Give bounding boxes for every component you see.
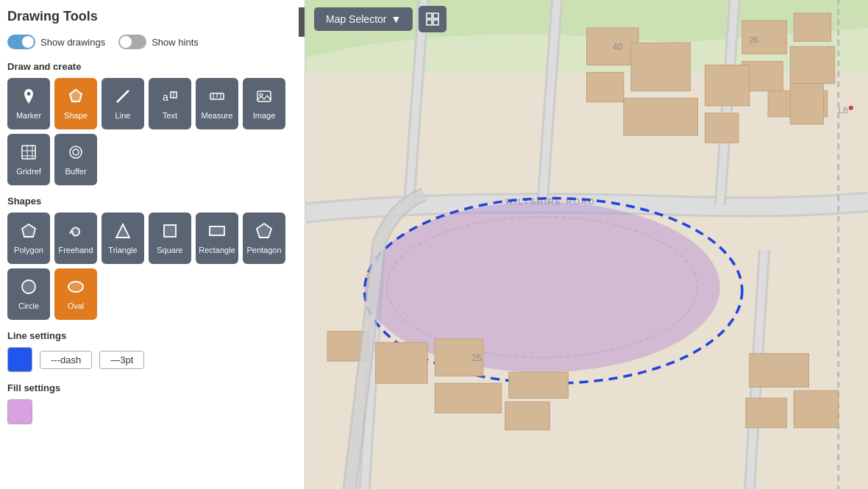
drawing-tools-panel: Drawing Tools ❮ Show drawings Show hints… [0, 0, 305, 489]
shape-button[interactable]: Shape [54, 78, 97, 129]
fill-settings-title: Fill settings [7, 382, 297, 393]
svg-rect-59 [794, 390, 838, 427]
square-button[interactable]: Square [149, 213, 191, 264]
svg-rect-32 [794, 13, 830, 41]
toggle-row: Show drawings Show hints [7, 35, 297, 49]
pentagon-icon [255, 222, 273, 243]
freehand-label: Freehand [58, 246, 93, 254]
triangle-button[interactable]: Triangle [102, 213, 144, 264]
show-hints-group: Show hints [118, 35, 199, 49]
image-button[interactable]: Image [243, 78, 285, 129]
line-thickness-selector[interactable]: —3pt [99, 351, 144, 369]
rectangle-button[interactable]: Rectangle [196, 213, 238, 264]
rectangle-icon [208, 222, 226, 243]
text-icon: a [161, 88, 179, 108]
map-panel: Map Selector ▼ [305, 0, 868, 489]
svg-point-46 [849, 106, 853, 110]
line-label: Line [115, 111, 131, 120]
svg-marker-22 [257, 224, 271, 238]
circle-button[interactable]: Circle [7, 268, 50, 320]
rectangle-label: Rectangle [199, 246, 235, 254]
map-background[interactable]: 40 26 LB WILTSHIRE ROAD [305, 0, 868, 489]
svg-text:a: a [163, 91, 168, 103]
measure-button[interactable]: Measure [196, 78, 238, 129]
grid-icon [425, 12, 440, 26]
marker-icon [20, 88, 38, 108]
text-label: Text [163, 111, 177, 120]
pentagon-button[interactable]: Pentagon [243, 213, 285, 264]
square-icon [161, 222, 179, 243]
marker-button[interactable]: Marker [7, 78, 50, 129]
line-button[interactable]: Line [102, 78, 144, 129]
polygon-button[interactable]: Polygon [7, 213, 50, 264]
map-selector-button[interactable]: Map Selector ▼ [314, 7, 413, 31]
svg-rect-42 [705, 113, 739, 143]
circle-label: Circle [18, 301, 39, 310]
freehand-button[interactable]: Freehand [54, 213, 97, 264]
svg-marker-19 [116, 224, 129, 238]
svg-rect-27 [427, 20, 432, 25]
gridref-label: Gridref [16, 167, 41, 176]
square-label: Square [157, 246, 182, 254]
line-icon [114, 88, 132, 108]
gridref-button[interactable]: Gridref [7, 134, 50, 185]
text-button[interactable]: a Text [149, 78, 191, 129]
polygon-icon [20, 222, 38, 243]
grid-view-button[interactable] [419, 6, 447, 32]
image-icon [255, 88, 273, 108]
svg-rect-55 [509, 372, 569, 398]
svg-rect-56 [505, 401, 549, 429]
gridref-icon [20, 143, 38, 164]
svg-rect-38 [587, 72, 624, 101]
buffer-icon [67, 143, 85, 164]
show-hints-toggle[interactable] [118, 35, 146, 49]
freehand-icon [67, 222, 85, 243]
shape-icon [67, 88, 85, 108]
svg-text:25: 25 [472, 353, 482, 363]
svg-marker-18 [22, 224, 35, 237]
map-svg: 40 26 LB WILTSHIRE ROAD [305, 0, 868, 489]
draw-create-grid: Marker Shape Line a [7, 78, 297, 185]
svg-rect-11 [22, 146, 35, 159]
fill-settings-row [7, 399, 297, 424]
circle-icon [20, 278, 38, 299]
buffer-button[interactable]: Buffer [54, 134, 97, 185]
svg-rect-40 [624, 99, 698, 135]
draw-create-section-title: Draw and create [7, 61, 297, 72]
line-dash-selector[interactable]: ---dash [40, 351, 92, 369]
line-settings-row: ---dash —3pt [7, 347, 297, 372]
oval-button[interactable]: Oval [54, 268, 97, 320]
shapes-section-title: Shapes [7, 196, 297, 207]
svg-point-24 [68, 282, 83, 292]
show-hints-label: Show hints [152, 37, 199, 48]
map-selector-arrow: ▼ [391, 13, 401, 25]
line-settings-section: Line settings ---dash —3pt [7, 330, 297, 372]
svg-rect-20 [164, 225, 176, 237]
svg-rect-54 [435, 383, 502, 413]
svg-rect-28 [433, 20, 438, 25]
svg-point-17 [73, 149, 79, 155]
svg-rect-39 [631, 43, 691, 90]
fill-color-swatch[interactable] [7, 399, 32, 424]
collapse-button[interactable]: ❮ [299, 7, 305, 37]
svg-rect-25 [427, 13, 432, 18]
show-drawings-group: Show drawings [7, 35, 105, 49]
triangle-label: Triangle [108, 246, 137, 254]
measure-icon [208, 88, 226, 108]
measure-label: Measure [202, 111, 233, 120]
line-color-swatch[interactable] [7, 347, 32, 372]
show-drawings-label: Show drawings [40, 37, 105, 48]
svg-rect-41 [705, 65, 750, 105]
map-selector-label: Map Selector [326, 13, 386, 25]
fill-settings-section: Fill settings [7, 382, 297, 424]
buffer-label: Buffer [65, 167, 86, 176]
svg-rect-36 [790, 84, 823, 124]
svg-text:26: 26 [750, 35, 758, 44]
svg-point-0 [27, 92, 31, 96]
svg-rect-9 [257, 91, 271, 101]
svg-text:LB: LB [839, 106, 849, 115]
show-drawings-toggle[interactable] [7, 35, 35, 49]
panel-title: Drawing Tools [7, 9, 297, 24]
line-settings-title: Line settings [7, 330, 297, 341]
oval-icon [67, 278, 85, 299]
